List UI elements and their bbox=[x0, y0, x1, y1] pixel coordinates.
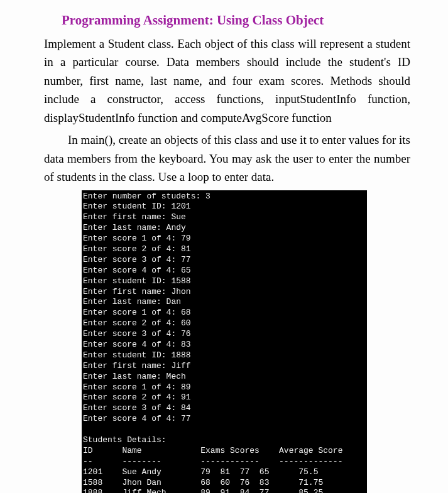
console-output: Enter number of studets: 3 Enter student… bbox=[82, 190, 367, 494]
paragraph-2: In main(), create an objects of this cla… bbox=[44, 131, 410, 186]
assignment-title: Programming Assignment: Using Class Obje… bbox=[62, 13, 410, 28]
paragraph-1: Implement a Student class. Each object o… bbox=[44, 35, 410, 127]
